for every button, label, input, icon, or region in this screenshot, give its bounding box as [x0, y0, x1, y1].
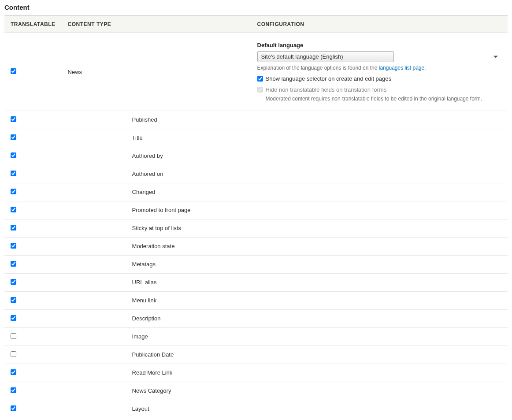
- translatable-checkbox[interactable]: [11, 333, 16, 339]
- header-configuration: CONFIGURATION: [251, 16, 508, 33]
- table-row: Changed: [4, 183, 508, 201]
- translatable-checkbox[interactable]: [11, 369, 16, 375]
- field-label: Metatags: [132, 261, 156, 268]
- translatable-checkbox[interactable]: [11, 351, 16, 357]
- table-row: News Category: [4, 382, 508, 400]
- table-row: Image: [4, 328, 508, 346]
- translatable-checkbox[interactable]: [11, 297, 16, 303]
- content-type-label: News: [68, 69, 82, 75]
- field-label: Layout: [132, 405, 149, 412]
- table-row: Layout: [4, 400, 508, 418]
- translatable-checkbox[interactable]: [11, 207, 16, 212]
- table-row: Publication Date: [4, 346, 508, 364]
- translatable-checkbox[interactable]: [11, 152, 16, 158]
- table-row: Authored by: [4, 147, 508, 165]
- translatable-checkbox[interactable]: [11, 116, 16, 122]
- field-label: Title: [132, 134, 143, 141]
- header-translatable: TRANSLATABLE: [4, 16, 62, 33]
- translatable-checkbox[interactable]: [11, 261, 16, 267]
- default-language-label: Default language: [257, 42, 501, 48]
- field-label: News Category: [132, 387, 171, 394]
- hide-non-translatable-checkbox: [257, 87, 263, 93]
- hide-non-translatable-label: Hide non translatable fields on translat…: [266, 86, 387, 93]
- field-label: Promoted to front page: [132, 207, 191, 213]
- field-label: Menu link: [132, 297, 157, 304]
- field-label: Read More Link: [132, 369, 173, 376]
- table-row: Read More Link: [4, 364, 508, 382]
- translatable-checkbox[interactable]: [11, 134, 16, 140]
- table-row: Menu link: [4, 292, 508, 310]
- table-row: Description: [4, 310, 508, 328]
- translatable-checkbox[interactable]: [11, 243, 16, 249]
- field-label: Publication Date: [132, 351, 174, 358]
- table-row-main: News Default language Site's default lan…: [4, 33, 508, 111]
- field-label: URL alias: [132, 279, 157, 286]
- translatable-checkbox-news[interactable]: [11, 68, 16, 74]
- field-label: Published: [132, 116, 157, 123]
- show-language-selector-checkbox[interactable]: [257, 76, 263, 82]
- table-row: Promoted to front page: [4, 201, 508, 219]
- header-content-type: CONTENT TYPE: [62, 16, 251, 33]
- field-label: Authored on: [132, 171, 163, 177]
- translatable-checkbox[interactable]: [11, 189, 16, 194]
- table-row: Published: [4, 111, 508, 129]
- table-row: Metatags: [4, 256, 508, 274]
- field-label: Authored by: [132, 152, 163, 159]
- translatable-checkbox[interactable]: [11, 405, 16, 411]
- chevron-down-icon: [493, 56, 498, 58]
- table-row: URL alias: [4, 274, 508, 292]
- field-label: Description: [132, 315, 161, 322]
- field-label: Moderation state: [132, 243, 175, 249]
- section-heading: Content: [4, 4, 508, 11]
- table-row: Moderation state: [4, 238, 508, 256]
- translatable-checkbox[interactable]: [11, 315, 16, 321]
- show-language-selector-label: Show language selector on create and edi…: [266, 75, 391, 82]
- field-label: Image: [132, 333, 148, 340]
- table-row: Authored on: [4, 165, 508, 183]
- language-explanation: Explanation of the language options is f…: [257, 65, 501, 71]
- hide-non-translatable-note: Moderated content requires non-translata…: [266, 96, 501, 102]
- table-row: Title: [4, 129, 508, 147]
- field-label: Changed: [132, 189, 156, 195]
- content-translation-table: TRANSLATABLE CONTENT TYPE CONFIGURATION …: [4, 15, 508, 418]
- default-language-select[interactable]: Site's default language (English): [257, 51, 394, 62]
- table-row: Sticky at top of lists: [4, 219, 508, 238]
- translatable-checkbox[interactable]: [11, 279, 16, 285]
- translatable-checkbox[interactable]: [11, 387, 16, 393]
- field-label: Sticky at top of lists: [132, 225, 181, 231]
- languages-list-link[interactable]: languages list page: [379, 65, 424, 71]
- translatable-checkbox[interactable]: [11, 225, 16, 230]
- translatable-checkbox[interactable]: [11, 171, 16, 176]
